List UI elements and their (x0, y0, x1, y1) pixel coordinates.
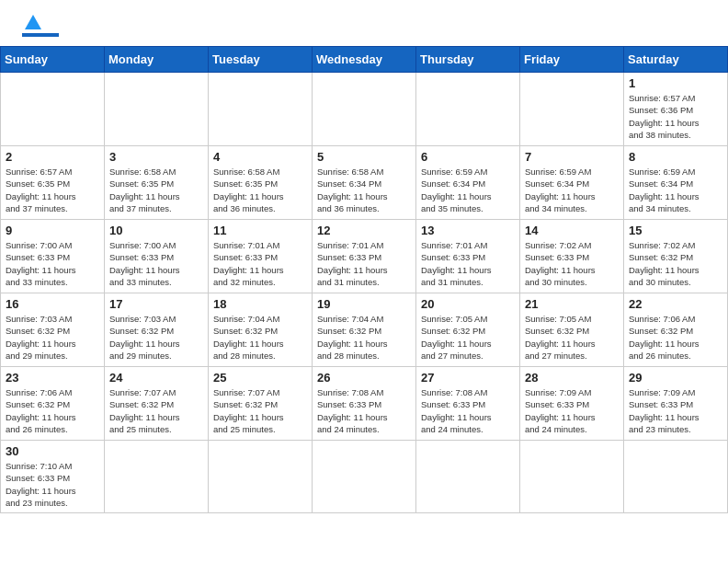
calendar-cell: 3Sunrise: 6:58 AM Sunset: 6:35 PM Daylig… (105, 146, 209, 220)
calendar-cell: 28Sunrise: 7:09 AM Sunset: 6:33 PM Dayli… (520, 367, 624, 441)
page-header (0, 0, 728, 46)
calendar-cell: 13Sunrise: 7:01 AM Sunset: 6:33 PM Dayli… (416, 220, 520, 293)
calendar-header-sunday: Sunday (1, 47, 105, 73)
day-info: Sunrise: 7:01 AM Sunset: 6:33 PM Dayligh… (317, 239, 411, 288)
day-number: 20 (421, 297, 515, 311)
day-info: Sunrise: 6:57 AM Sunset: 6:36 PM Dayligh… (629, 92, 722, 141)
calendar-cell (105, 441, 209, 513)
calendar-cell: 21Sunrise: 7:05 AM Sunset: 6:32 PM Dayli… (520, 293, 624, 367)
calendar-cell (1, 73, 105, 146)
calendar-header-tuesday: Tuesday (209, 47, 313, 73)
day-info: Sunrise: 7:05 AM Sunset: 6:32 PM Dayligh… (525, 313, 619, 362)
day-number: 13 (421, 224, 515, 237)
calendar-week-row: 9Sunrise: 7:00 AM Sunset: 6:33 PM Daylig… (1, 220, 728, 293)
day-info: Sunrise: 7:00 AM Sunset: 6:33 PM Dayligh… (109, 239, 203, 288)
calendar-cell: 15Sunrise: 7:02 AM Sunset: 6:32 PM Dayli… (624, 220, 728, 293)
day-info: Sunrise: 7:06 AM Sunset: 6:32 PM Dayligh… (629, 313, 722, 362)
day-number: 19 (317, 297, 411, 311)
calendar-header-saturday: Saturday (624, 47, 728, 73)
day-number: 12 (317, 224, 411, 237)
calendar-header-wednesday: Wednesday (313, 47, 416, 73)
day-number: 7 (525, 150, 619, 164)
day-info: Sunrise: 6:59 AM Sunset: 6:34 PM Dayligh… (525, 166, 619, 214)
calendar-cell: 4Sunrise: 6:58 AM Sunset: 6:35 PM Daylig… (209, 146, 313, 220)
calendar-cell: 7Sunrise: 6:59 AM Sunset: 6:34 PM Daylig… (520, 146, 624, 220)
calendar-cell (416, 73, 520, 146)
calendar-cell: 22Sunrise: 7:06 AM Sunset: 6:32 PM Dayli… (624, 293, 728, 367)
day-info: Sunrise: 6:59 AM Sunset: 6:34 PM Dayligh… (629, 166, 722, 214)
day-number: 8 (629, 150, 722, 164)
day-number: 6 (421, 150, 515, 164)
day-info: Sunrise: 7:02 AM Sunset: 6:32 PM Dayligh… (629, 239, 722, 288)
day-number: 14 (525, 224, 619, 237)
calendar-header-thursday: Thursday (416, 47, 520, 73)
calendar-cell: 18Sunrise: 7:04 AM Sunset: 6:32 PM Dayli… (209, 293, 313, 367)
calendar-cell: 16Sunrise: 7:03 AM Sunset: 6:32 PM Dayli… (1, 293, 105, 367)
day-info: Sunrise: 7:03 AM Sunset: 6:32 PM Dayligh… (6, 313, 99, 362)
day-number: 2 (6, 150, 99, 164)
day-info: Sunrise: 6:59 AM Sunset: 6:34 PM Dayligh… (421, 166, 515, 214)
calendar-cell: 25Sunrise: 7:07 AM Sunset: 6:32 PM Dayli… (209, 367, 313, 441)
day-number: 1 (629, 76, 722, 90)
day-number: 16 (6, 297, 99, 311)
day-number: 18 (213, 297, 307, 311)
calendar-cell (624, 441, 728, 513)
day-number: 4 (213, 150, 307, 164)
calendar-week-row: 2Sunrise: 6:57 AM Sunset: 6:35 PM Daylig… (1, 146, 728, 220)
calendar-cell: 24Sunrise: 7:07 AM Sunset: 6:32 PM Dayli… (105, 367, 209, 441)
calendar-cell (209, 73, 313, 146)
day-number: 5 (317, 150, 411, 164)
day-info: Sunrise: 7:07 AM Sunset: 6:32 PM Dayligh… (213, 386, 307, 435)
day-number: 15 (629, 224, 722, 237)
calendar-week-row: 16Sunrise: 7:03 AM Sunset: 6:32 PM Dayli… (1, 293, 728, 367)
calendar-cell: 19Sunrise: 7:04 AM Sunset: 6:32 PM Dayli… (313, 293, 416, 367)
calendar-cell: 10Sunrise: 7:00 AM Sunset: 6:33 PM Dayli… (105, 220, 209, 293)
calendar-cell: 29Sunrise: 7:09 AM Sunset: 6:33 PM Dayli… (624, 367, 728, 441)
calendar-cell: 30Sunrise: 7:10 AM Sunset: 6:33 PM Dayli… (1, 441, 105, 513)
day-number: 26 (317, 371, 411, 385)
day-number: 11 (213, 224, 307, 237)
calendar-cell (520, 441, 624, 513)
calendar-cell (105, 73, 209, 146)
calendar-cell: 6Sunrise: 6:59 AM Sunset: 6:34 PM Daylig… (416, 146, 520, 220)
calendar-cell: 5Sunrise: 6:58 AM Sunset: 6:34 PM Daylig… (313, 146, 416, 220)
day-number: 28 (525, 371, 619, 385)
calendar-week-row: 1Sunrise: 6:57 AM Sunset: 6:36 PM Daylig… (1, 73, 728, 146)
day-number: 27 (421, 371, 515, 385)
calendar-cell: 1Sunrise: 6:57 AM Sunset: 6:36 PM Daylig… (624, 73, 728, 146)
calendar-cell (209, 441, 313, 513)
calendar-cell: 17Sunrise: 7:03 AM Sunset: 6:32 PM Dayli… (105, 293, 209, 367)
calendar-week-row: 30Sunrise: 7:10 AM Sunset: 6:33 PM Dayli… (1, 441, 728, 513)
calendar-header-monday: Monday (105, 47, 209, 73)
calendar-table: SundayMondayTuesdayWednesdayThursdayFrid… (0, 46, 728, 513)
calendar-cell: 23Sunrise: 7:06 AM Sunset: 6:32 PM Dayli… (1, 367, 105, 441)
day-info: Sunrise: 7:03 AM Sunset: 6:32 PM Dayligh… (109, 313, 203, 362)
day-info: Sunrise: 7:01 AM Sunset: 6:33 PM Dayligh… (213, 239, 307, 288)
calendar-cell: 12Sunrise: 7:01 AM Sunset: 6:33 PM Dayli… (313, 220, 416, 293)
calendar-week-row: 23Sunrise: 7:06 AM Sunset: 6:32 PM Dayli… (1, 367, 728, 441)
calendar-header-friday: Friday (520, 47, 624, 73)
day-number: 23 (6, 371, 99, 385)
day-info: Sunrise: 7:08 AM Sunset: 6:33 PM Dayligh… (317, 386, 411, 435)
calendar-header-row: SundayMondayTuesdayWednesdayThursdayFrid… (1, 47, 728, 73)
day-info: Sunrise: 6:58 AM Sunset: 6:34 PM Dayligh… (317, 166, 411, 214)
calendar-cell (520, 73, 624, 146)
calendar-cell: 20Sunrise: 7:05 AM Sunset: 6:32 PM Dayli… (416, 293, 520, 367)
day-info: Sunrise: 7:07 AM Sunset: 6:32 PM Dayligh… (109, 386, 203, 435)
day-info: Sunrise: 6:58 AM Sunset: 6:35 PM Dayligh… (109, 166, 203, 214)
day-number: 30 (6, 444, 99, 458)
day-info: Sunrise: 7:01 AM Sunset: 6:33 PM Dayligh… (421, 239, 515, 288)
day-info: Sunrise: 7:08 AM Sunset: 6:33 PM Dayligh… (421, 386, 515, 435)
calendar-cell (313, 73, 416, 146)
day-info: Sunrise: 7:04 AM Sunset: 6:32 PM Dayligh… (317, 313, 411, 362)
calendar-cell: 14Sunrise: 7:02 AM Sunset: 6:33 PM Dayli… (520, 220, 624, 293)
day-info: Sunrise: 7:04 AM Sunset: 6:32 PM Dayligh… (213, 313, 307, 362)
day-number: 3 (109, 150, 203, 164)
day-number: 17 (109, 297, 203, 311)
calendar-cell (416, 441, 520, 513)
day-number: 25 (213, 371, 307, 385)
day-number: 10 (109, 224, 203, 237)
day-number: 22 (629, 297, 722, 311)
day-info: Sunrise: 7:05 AM Sunset: 6:32 PM Dayligh… (421, 313, 515, 362)
calendar-cell (313, 441, 416, 513)
